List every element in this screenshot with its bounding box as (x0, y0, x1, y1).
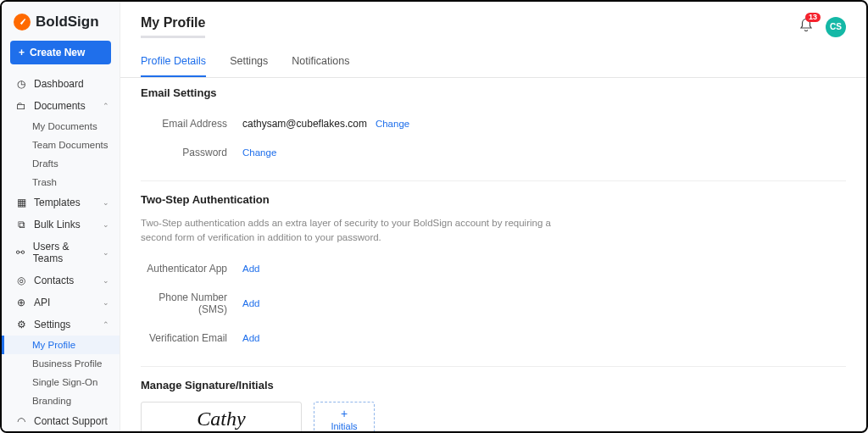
contacts-icon: ◎ (15, 275, 27, 286)
sidebar-item-label: Settings (34, 319, 70, 330)
tab-profile-details[interactable]: Profile Details (141, 55, 206, 77)
chevron-down-icon: ⌄ (103, 276, 109, 285)
api-icon: ⊕ (15, 297, 27, 308)
avatar[interactable]: CS (826, 17, 846, 37)
sidebar-sub-single-sign-on[interactable]: Single Sign-On (2, 373, 120, 391)
sidebar-item-label: Documents (34, 100, 86, 112)
sidebar-item-label: Bulk Links (34, 219, 81, 230)
password-label: Password (141, 147, 242, 158)
create-new-button[interactable]: + Create New (10, 41, 111, 64)
change-email-link[interactable]: Change (376, 119, 409, 129)
headset-icon: ◠ (15, 415, 27, 427)
sidebar-item-contact-support[interactable]: ◠ Contact Support (2, 410, 120, 431)
divider (141, 180, 846, 181)
sidebar-item-label: API (34, 297, 50, 308)
sidebar-item-users-teams[interactable]: ⚯ Users & Teams ⌄ (2, 236, 120, 269)
initials-label: Initials (331, 421, 357, 431)
verification-email-label: Verification Email (141, 332, 242, 344)
brand-logo: BoldSign (2, 8, 120, 41)
sidebar-sub-branding[interactable]: Branding (2, 391, 120, 410)
chevron-down-icon: ⌄ (103, 298, 109, 307)
signature-preview[interactable]: Cathy (141, 402, 302, 432)
sidebar-sub-business-profile[interactable]: Business Profile (2, 354, 120, 373)
sidebar-item-label: Dashboard (34, 78, 84, 90)
sidebar-item-bulk-links[interactable]: ⧉ Bulk Links ⌄ (2, 214, 120, 236)
sidebar-item-api[interactable]: ⊕ API ⌄ (2, 291, 120, 314)
add-authenticator-link[interactable]: Add (242, 264, 259, 274)
sidebar-item-documents[interactable]: 🗀 Documents ⌃ (2, 95, 120, 117)
email-settings-heading: Email Settings (141, 86, 846, 99)
page-title: My Profile (141, 15, 205, 38)
dashboard-icon: ◷ (15, 78, 27, 90)
sidebar-item-contacts[interactable]: ◎ Contacts ⌄ (2, 269, 120, 291)
change-password-link[interactable]: Change (242, 147, 276, 158)
gear-icon: ⚙ (15, 319, 27, 330)
tab-notifications[interactable]: Notifications (292, 55, 349, 77)
sidebar-sub-team-documents[interactable]: Team Documents (2, 136, 120, 154)
sidebar-sub-my-profile[interactable]: My Profile (2, 336, 120, 354)
sidebar-sub-drafts[interactable]: Drafts (2, 154, 120, 173)
sidebar-sub-my-documents[interactable]: My Documents (2, 117, 120, 136)
two-step-description: Two-Step authentication adds an extra la… (141, 216, 581, 246)
plus-icon: + (19, 47, 25, 58)
sidebar-item-templates[interactable]: ▦ Templates ⌄ (2, 192, 120, 214)
notifications-bell[interactable]: 13 (798, 18, 814, 36)
notification-badge: 13 (805, 13, 821, 22)
chevron-down-icon: ⌄ (103, 220, 109, 229)
add-initials-button[interactable]: + Initials (314, 402, 375, 432)
chevron-down-icon: ⌄ (103, 248, 109, 257)
folder-icon: 🗀 (15, 100, 27, 112)
sidebar-sub-trash[interactable]: Trash (2, 173, 120, 192)
divider (141, 366, 846, 367)
sidebar-item-settings[interactable]: ⚙ Settings ⌃ (2, 314, 120, 336)
chevron-up-icon: ⌃ (103, 320, 109, 329)
plus-icon: + (341, 408, 348, 419)
two-step-heading: Two-Step Authentication (141, 193, 846, 206)
templates-icon: ▦ (15, 197, 27, 208)
brand-name: BoldSign (36, 14, 99, 31)
sidebar-item-dashboard[interactable]: ◷ Dashboard (2, 73, 120, 95)
add-phone-link[interactable]: Add (242, 298, 259, 308)
authenticator-app-label: Authenticator App (141, 263, 242, 275)
users-icon: ⚯ (15, 247, 26, 258)
add-verification-email-link[interactable]: Add (242, 333, 259, 343)
sidebar-item-label: Templates (34, 197, 81, 208)
chevron-down-icon: ⌄ (103, 198, 109, 207)
brand-icon (14, 14, 31, 31)
create-new-label: Create New (30, 47, 85, 58)
sidebar-item-label: Contacts (34, 275, 74, 286)
phone-sms-label: Phone Number (SMS) (141, 291, 242, 315)
tab-settings[interactable]: Settings (230, 55, 268, 77)
sidebar-item-label: Contact Support (34, 415, 108, 427)
link-icon: ⧉ (15, 219, 27, 230)
email-address-label: Email Address (141, 118, 242, 130)
email-address-value: cathysam@cubeflakes.com (242, 118, 367, 130)
signature-heading: Manage Signature/Initials (141, 379, 846, 391)
sidebar-item-label: Users & Teams (33, 241, 96, 264)
chevron-up-icon: ⌃ (103, 102, 109, 110)
